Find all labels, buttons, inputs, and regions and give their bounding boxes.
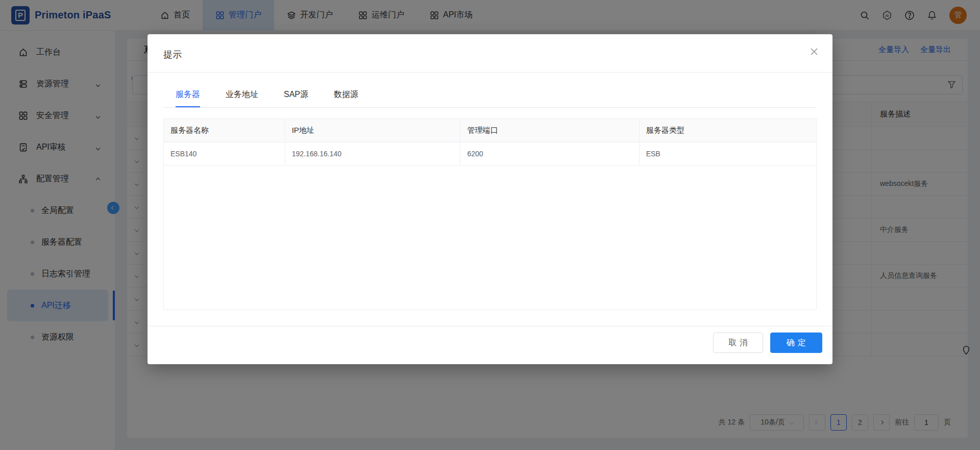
cell-server-type: ESB xyxy=(640,143,816,165)
cell-server-name: ESB140 xyxy=(164,143,285,165)
server-table-row[interactable]: ESB140 192.168.16.140 6200 ESB xyxy=(164,143,816,165)
cell-ip-address: 192.168.16.140 xyxy=(285,143,461,165)
server-table: 服务器名称 IP地址 管理端口 服务器类型 ESB140 192.168.16.… xyxy=(163,119,817,310)
cancel-button[interactable]: 取消 xyxy=(713,333,763,353)
dialog-tabs: 服务器 业务地址 SAP源 数据源 xyxy=(163,73,817,108)
close-icon[interactable] xyxy=(809,46,819,57)
col-server-name: 服务器名称 xyxy=(164,119,285,142)
tab-server[interactable]: 服务器 xyxy=(176,83,200,107)
app-root: P Primeton iPaaS 首页 管理门户 开发门户 运维门户 xyxy=(0,0,980,450)
tab-business-address[interactable]: 业务地址 xyxy=(226,83,258,107)
confirm-button[interactable]: 确定 xyxy=(770,333,822,353)
tab-sap-source[interactable]: SAP源 xyxy=(284,83,308,107)
tab-data-source[interactable]: 数据源 xyxy=(334,83,358,107)
col-ip-address: IP地址 xyxy=(285,119,461,142)
dialog-footer: 取消 确定 xyxy=(148,326,832,364)
dialog-title: 提示 xyxy=(163,50,182,60)
col-admin-port: 管理端口 xyxy=(460,119,639,142)
dialog-header: 提示 xyxy=(148,34,832,73)
col-server-type: 服务器类型 xyxy=(640,119,816,142)
prompt-dialog: 提示 服务器 业务地址 SAP源 数据源 服务器名称 IP地址 管理端口 服务器… xyxy=(148,34,832,364)
cell-admin-port: 6200 xyxy=(460,143,639,165)
server-table-header: 服务器名称 IP地址 管理端口 服务器类型 xyxy=(164,119,816,143)
